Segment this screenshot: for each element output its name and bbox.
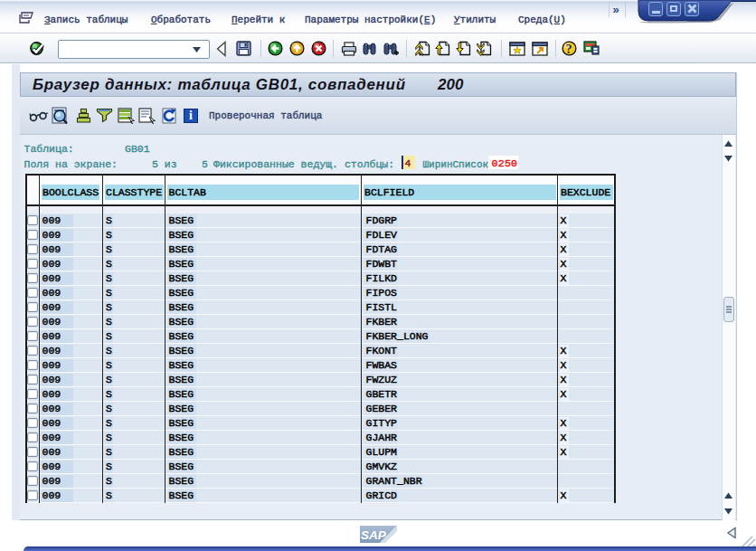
svg-text:?: ? bbox=[566, 43, 572, 56]
svg-text:SAP: SAP bbox=[361, 528, 387, 542]
